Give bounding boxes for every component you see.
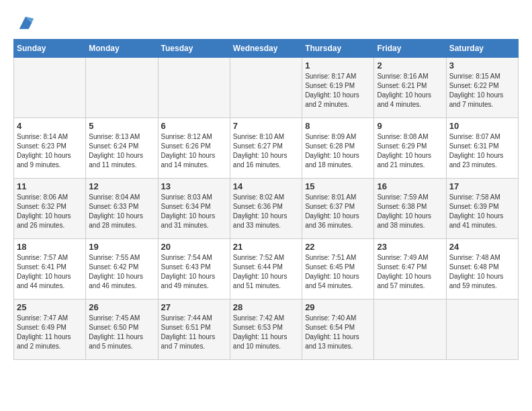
- calendar-cell: 12Sunrise: 8:04 AM Sunset: 6:33 PM Dayli…: [86, 179, 158, 239]
- header-cell-monday: Monday: [86, 40, 158, 58]
- day-info: Sunrise: 7:49 AM Sunset: 6:47 PM Dayligh…: [377, 253, 443, 291]
- calendar-week-4: 25Sunrise: 7:47 AM Sunset: 6:49 PM Dayli…: [14, 300, 519, 360]
- day-number: 13: [161, 181, 227, 191]
- day-number: 23: [377, 242, 443, 252]
- logo-icon: [16, 13, 35, 32]
- page-header: [13, 13, 519, 32]
- calendar-cell: 21Sunrise: 7:52 AM Sunset: 6:44 PM Dayli…: [230, 239, 302, 300]
- header-cell-sunday: Sunday: [14, 40, 86, 58]
- calendar-cell: 26Sunrise: 7:45 AM Sunset: 6:50 PM Dayli…: [86, 300, 158, 360]
- calendar-week-0: 1Sunrise: 8:17 AM Sunset: 6:19 PM Daylig…: [14, 58, 519, 118]
- calendar-cell: 6Sunrise: 8:12 AM Sunset: 6:26 PM Daylig…: [158, 118, 230, 179]
- day-info: Sunrise: 7:42 AM Sunset: 6:53 PM Dayligh…: [233, 314, 299, 351]
- header-cell-friday: Friday: [374, 40, 446, 58]
- calendar-week-3: 18Sunrise: 7:57 AM Sunset: 6:41 PM Dayli…: [14, 239, 519, 300]
- day-info: Sunrise: 8:04 AM Sunset: 6:33 PM Dayligh…: [89, 193, 154, 230]
- day-number: 27: [161, 302, 227, 312]
- day-number: 18: [17, 242, 83, 252]
- calendar-cell: 18Sunrise: 7:57 AM Sunset: 6:41 PM Dayli…: [14, 239, 86, 300]
- day-info: Sunrise: 7:40 AM Sunset: 6:54 PM Dayligh…: [305, 314, 371, 351]
- day-info: Sunrise: 8:15 AM Sunset: 6:22 PM Dayligh…: [449, 72, 515, 109]
- calendar-cell: 27Sunrise: 7:44 AM Sunset: 6:51 PM Dayli…: [158, 300, 230, 360]
- day-info: Sunrise: 8:10 AM Sunset: 6:27 PM Dayligh…: [233, 132, 299, 170]
- calendar-cell: 11Sunrise: 8:06 AM Sunset: 6:32 PM Dayli…: [14, 179, 86, 239]
- calendar-cell: [86, 58, 158, 118]
- day-info: Sunrise: 8:16 AM Sunset: 6:21 PM Dayligh…: [377, 72, 443, 109]
- calendar-cell: 3Sunrise: 8:15 AM Sunset: 6:22 PM Daylig…: [446, 58, 518, 118]
- header-cell-wednesday: Wednesday: [230, 40, 302, 58]
- day-info: Sunrise: 7:57 AM Sunset: 6:41 PM Dayligh…: [17, 253, 83, 291]
- calendar-cell: 10Sunrise: 8:07 AM Sunset: 6:31 PM Dayli…: [446, 118, 518, 179]
- calendar-cell: 13Sunrise: 8:03 AM Sunset: 6:34 PM Dayli…: [158, 179, 230, 239]
- calendar-week-2: 11Sunrise: 8:06 AM Sunset: 6:32 PM Dayli…: [14, 179, 519, 239]
- calendar-cell: 24Sunrise: 7:48 AM Sunset: 6:48 PM Dayli…: [446, 239, 518, 300]
- day-number: 16: [377, 181, 443, 191]
- calendar-cell: 25Sunrise: 7:47 AM Sunset: 6:49 PM Dayli…: [14, 300, 86, 360]
- day-number: 17: [449, 181, 515, 191]
- day-number: 14: [233, 181, 299, 191]
- day-number: 8: [305, 121, 371, 131]
- day-number: 28: [233, 302, 299, 312]
- calendar-cell: 4Sunrise: 8:14 AM Sunset: 6:23 PM Daylig…: [14, 118, 86, 179]
- calendar-cell: 19Sunrise: 7:55 AM Sunset: 6:42 PM Dayli…: [86, 239, 158, 300]
- day-number: 10: [449, 121, 515, 131]
- calendar-cell: 9Sunrise: 8:08 AM Sunset: 6:29 PM Daylig…: [374, 118, 446, 179]
- calendar-cell: 16Sunrise: 7:59 AM Sunset: 6:38 PM Dayli…: [374, 179, 446, 239]
- day-number: 22: [305, 242, 371, 252]
- day-info: Sunrise: 7:45 AM Sunset: 6:50 PM Dayligh…: [89, 314, 154, 351]
- day-info: Sunrise: 8:01 AM Sunset: 6:37 PM Dayligh…: [305, 193, 371, 230]
- day-info: Sunrise: 7:54 AM Sunset: 6:43 PM Dayligh…: [161, 253, 227, 291]
- day-number: 6: [161, 121, 227, 131]
- calendar-body: 1Sunrise: 8:17 AM Sunset: 6:19 PM Daylig…: [14, 58, 519, 360]
- calendar-cell: [446, 300, 518, 360]
- day-info: Sunrise: 7:47 AM Sunset: 6:49 PM Dayligh…: [17, 314, 83, 351]
- day-number: 24: [449, 242, 515, 252]
- day-number: 9: [377, 121, 443, 131]
- calendar-cell: [158, 58, 230, 118]
- calendar-cell: 29Sunrise: 7:40 AM Sunset: 6:54 PM Dayli…: [302, 300, 374, 360]
- day-info: Sunrise: 8:08 AM Sunset: 6:29 PM Dayligh…: [377, 132, 443, 170]
- calendar-cell: 5Sunrise: 8:13 AM Sunset: 6:24 PM Daylig…: [86, 118, 158, 179]
- calendar-cell: 1Sunrise: 8:17 AM Sunset: 6:19 PM Daylig…: [302, 58, 374, 118]
- calendar-cell: 20Sunrise: 7:54 AM Sunset: 6:43 PM Dayli…: [158, 239, 230, 300]
- calendar-cell: 17Sunrise: 7:58 AM Sunset: 6:39 PM Dayli…: [446, 179, 518, 239]
- calendar-table: SundayMondayTuesdayWednesdayThursdayFrid…: [13, 39, 519, 360]
- day-number: 21: [233, 242, 299, 252]
- day-number: 29: [305, 302, 371, 312]
- day-info: Sunrise: 7:59 AM Sunset: 6:38 PM Dayligh…: [377, 193, 443, 230]
- day-info: Sunrise: 8:12 AM Sunset: 6:26 PM Dayligh…: [161, 132, 227, 170]
- day-number: 7: [233, 121, 299, 131]
- day-info: Sunrise: 7:52 AM Sunset: 6:44 PM Dayligh…: [233, 253, 299, 291]
- day-number: 12: [89, 181, 154, 191]
- day-info: Sunrise: 7:55 AM Sunset: 6:42 PM Dayligh…: [89, 253, 154, 291]
- day-info: Sunrise: 8:06 AM Sunset: 6:32 PM Dayligh…: [17, 193, 83, 230]
- day-number: 26: [89, 302, 154, 312]
- calendar-cell: 7Sunrise: 8:10 AM Sunset: 6:27 PM Daylig…: [230, 118, 302, 179]
- calendar-cell: 2Sunrise: 8:16 AM Sunset: 6:21 PM Daylig…: [374, 58, 446, 118]
- day-number: 19: [89, 242, 154, 252]
- day-info: Sunrise: 8:14 AM Sunset: 6:23 PM Dayligh…: [17, 132, 83, 170]
- day-info: Sunrise: 8:17 AM Sunset: 6:19 PM Dayligh…: [305, 72, 371, 109]
- calendar-week-1: 4Sunrise: 8:14 AM Sunset: 6:23 PM Daylig…: [14, 118, 519, 179]
- calendar-cell: 14Sunrise: 8:02 AM Sunset: 6:36 PM Dayli…: [230, 179, 302, 239]
- header-cell-saturday: Saturday: [446, 40, 518, 58]
- day-info: Sunrise: 8:03 AM Sunset: 6:34 PM Dayligh…: [161, 193, 227, 230]
- day-number: 3: [449, 60, 515, 71]
- day-number: 20: [161, 242, 227, 252]
- day-info: Sunrise: 8:02 AM Sunset: 6:36 PM Dayligh…: [233, 193, 299, 230]
- day-info: Sunrise: 8:09 AM Sunset: 6:28 PM Dayligh…: [305, 132, 371, 170]
- logo: [13, 13, 35, 32]
- calendar-cell: 22Sunrise: 7:51 AM Sunset: 6:45 PM Dayli…: [302, 239, 374, 300]
- day-number: 11: [17, 181, 83, 191]
- day-number: 2: [377, 60, 443, 71]
- day-info: Sunrise: 7:44 AM Sunset: 6:51 PM Dayligh…: [161, 314, 227, 351]
- calendar-cell: 15Sunrise: 8:01 AM Sunset: 6:37 PM Dayli…: [302, 179, 374, 239]
- calendar-cell: 28Sunrise: 7:42 AM Sunset: 6:53 PM Dayli…: [230, 300, 302, 360]
- day-info: Sunrise: 7:48 AM Sunset: 6:48 PM Dayligh…: [449, 253, 515, 291]
- calendar-cell: 8Sunrise: 8:09 AM Sunset: 6:28 PM Daylig…: [302, 118, 374, 179]
- calendar-cell: 23Sunrise: 7:49 AM Sunset: 6:47 PM Dayli…: [374, 239, 446, 300]
- calendar-cell: [230, 58, 302, 118]
- header-cell-tuesday: Tuesday: [158, 40, 230, 58]
- day-info: Sunrise: 8:07 AM Sunset: 6:31 PM Dayligh…: [449, 132, 515, 170]
- day-info: Sunrise: 7:51 AM Sunset: 6:45 PM Dayligh…: [305, 253, 371, 291]
